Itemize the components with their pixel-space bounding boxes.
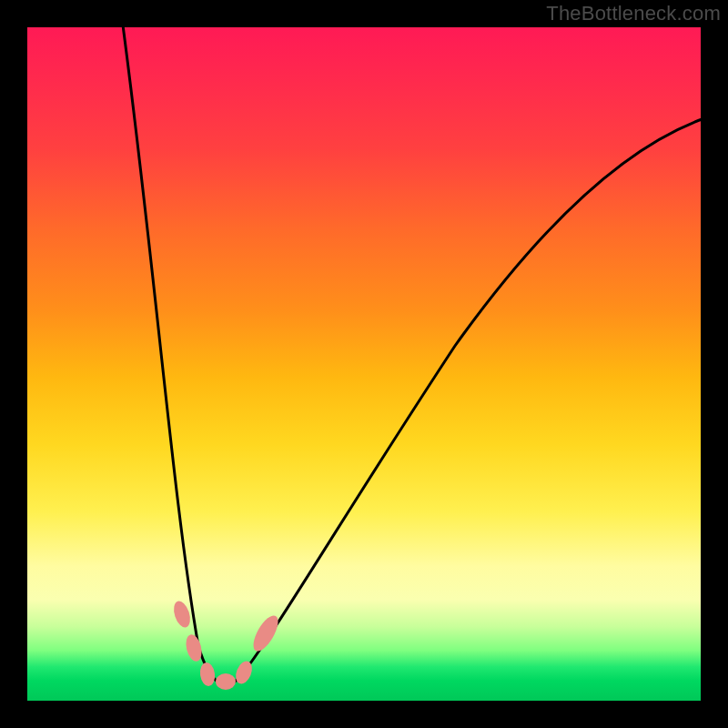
bottleneck-curve: [122, 18, 704, 684]
curve-marker: [184, 633, 205, 663]
curve-marker: [171, 599, 193, 629]
chart-area: [27, 27, 701, 701]
bottleneck-chart: [27, 27, 701, 701]
watermark-text: TheBottleneck.com: [546, 2, 721, 25]
curve-marker: [248, 612, 283, 654]
curve-marker: [198, 662, 216, 687]
curve-marker: [216, 673, 236, 690]
